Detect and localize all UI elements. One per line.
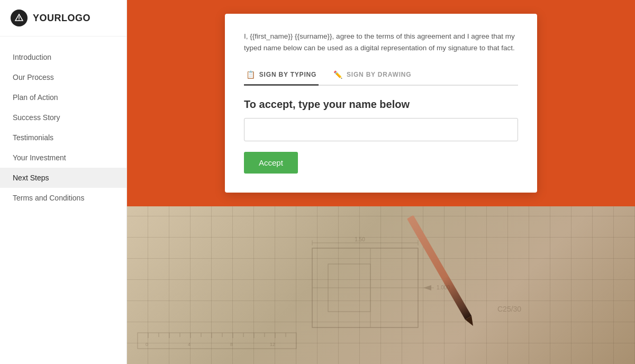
typing-icon: 📋 xyxy=(246,70,256,79)
accept-button[interactable]: Accept xyxy=(244,152,298,174)
blueprint-lines: 1.50 0 4 8 12 1.000 C25/30 xyxy=(127,206,635,364)
tab-sign-by-drawing[interactable]: ✏️ SIGN BY DRAWING xyxy=(331,66,413,86)
sidebar-item-next-steps[interactable]: Next Steps xyxy=(0,168,126,188)
svg-text:4: 4 xyxy=(188,342,190,347)
svg-text:0: 0 xyxy=(146,342,148,347)
accept-label: To accept, type your name below xyxy=(244,98,518,111)
tab-typing-label: SIGN BY TYPING xyxy=(259,71,316,78)
blueprint-background: 1.50 0 4 8 12 1.000 C25/30 xyxy=(127,206,635,364)
sidebar-item-introduction[interactable]: Introduction xyxy=(0,47,126,67)
logo-icon xyxy=(11,10,28,26)
tab-drawing-label: SIGN BY DRAWING xyxy=(347,71,411,78)
logo-area: YOURLOGO xyxy=(0,0,126,37)
blueprint-section: 1.50 0 4 8 12 1.000 C25/30 xyxy=(127,206,635,364)
sidebar-item-our-process[interactable]: Our Process xyxy=(0,67,126,87)
sidebar-item-testimonials[interactable]: Testimonials xyxy=(0,128,126,148)
svg-text:1.000: 1.000 xyxy=(437,285,450,290)
main-content: I, {{first_name}} {{surname}}, agree to … xyxy=(127,0,635,364)
svg-text:1.50: 1.50 xyxy=(355,236,365,242)
sidebar-item-plan-of-action[interactable]: Plan of Action xyxy=(0,87,126,107)
name-input[interactable] xyxy=(244,118,518,141)
svg-text:C25/30: C25/30 xyxy=(497,305,521,313)
svg-text:8: 8 xyxy=(230,342,233,347)
sidebar: YOURLOGO Introduction Our Process Plan o… xyxy=(0,0,127,364)
tab-sign-by-typing[interactable]: 📋 SIGN BY TYPING xyxy=(244,66,319,86)
agreement-text: I, {{first_name}} {{surname}}, agree to … xyxy=(244,31,518,53)
svg-point-2 xyxy=(19,20,20,21)
sidebar-item-terms[interactable]: Terms and Conditions xyxy=(0,188,126,208)
drawing-icon: ✏️ xyxy=(333,70,343,79)
svg-text:12: 12 xyxy=(270,342,275,347)
sign-tabs: 📋 SIGN BY TYPING ✏️ SIGN BY DRAWING xyxy=(244,66,518,86)
orange-section: I, {{first_name}} {{surname}}, agree to … xyxy=(127,0,635,206)
logo-text: YOURLOGO xyxy=(33,13,90,24)
signature-modal: I, {{first_name}} {{surname}}, agree to … xyxy=(225,14,537,193)
sidebar-item-success-story[interactable]: Success Story xyxy=(0,107,126,128)
sidebar-item-your-investment[interactable]: Your Investment xyxy=(0,148,126,168)
